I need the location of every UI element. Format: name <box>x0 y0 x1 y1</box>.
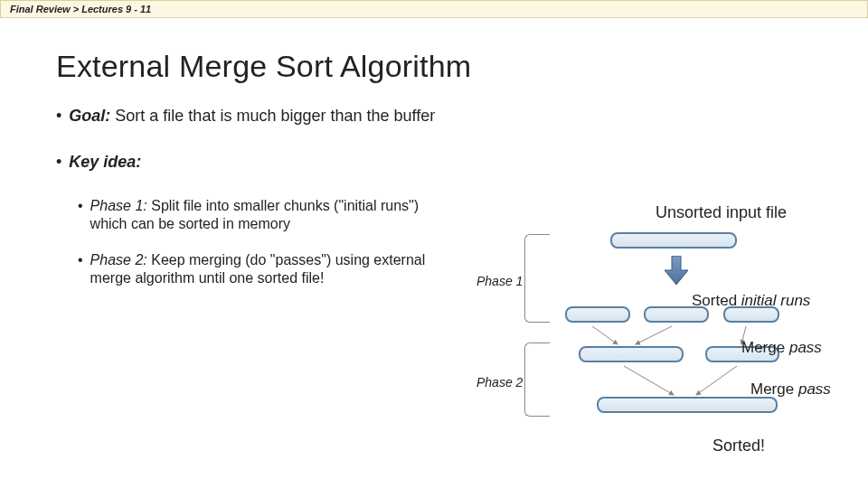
label-sorted-runs: Sorted initial runs <box>692 292 810 310</box>
breadcrumb: Final Review > Lectures 9 - 11 <box>0 0 868 18</box>
goal-text: Sort a file that is much bigger than the… <box>110 107 435 125</box>
file-box-final <box>597 397 778 413</box>
file-box-input <box>610 232 737 249</box>
file-box-run-1 <box>565 306 630 323</box>
bracket-phase2 <box>524 343 550 417</box>
diagram-phase2-label: Phase 2 <box>476 375 523 389</box>
label-merge-pass-2: Merge pass <box>750 380 831 399</box>
bullet-dot: • <box>56 152 61 173</box>
sub-bullet-phase1: • Phase 1: Split file into smaller chunk… <box>78 197 445 233</box>
label-sorted: Sorted! <box>712 436 765 455</box>
label-unsorted: Unsorted input file <box>656 203 787 222</box>
diagram: Unsorted input file Phase 1 Sorted initi… <box>470 203 850 465</box>
slide-title: External Merge Sort Algorithm <box>56 49 868 84</box>
diagram-phase1-label: Phase 1 <box>476 274 523 288</box>
phase1-label: Phase 1: <box>90 198 147 213</box>
bullet-dot: • <box>56 106 61 127</box>
svg-line-4 <box>696 366 737 395</box>
goal-label: Goal: <box>69 107 110 125</box>
svg-line-1 <box>636 326 672 344</box>
bullet-goal: • Goal: Sort a file that is much bigger … <box>56 106 445 127</box>
sub-bullet-phase2: • Phase 2: Keep merging (do "passes") us… <box>78 251 445 287</box>
label-merge-pass-1: Merge pass <box>741 339 822 357</box>
svg-line-0 <box>592 326 618 344</box>
bracket-phase1 <box>524 234 550 323</box>
bullet-keyidea: • Key idea: <box>56 152 445 173</box>
phase2-label: Phase 2: <box>90 252 147 267</box>
file-box-merge-1 <box>579 346 684 362</box>
bullet-dot: • <box>78 197 83 233</box>
slide-content: • Goal: Sort a file that is much bigger … <box>56 106 445 287</box>
sub-bullets: • Phase 1: Split file into smaller chunk… <box>78 197 445 287</box>
arrow-down-icon <box>665 256 688 286</box>
keyidea-label: Key idea: <box>69 153 141 171</box>
svg-line-3 <box>624 366 674 395</box>
bullet-dot: • <box>78 251 83 287</box>
